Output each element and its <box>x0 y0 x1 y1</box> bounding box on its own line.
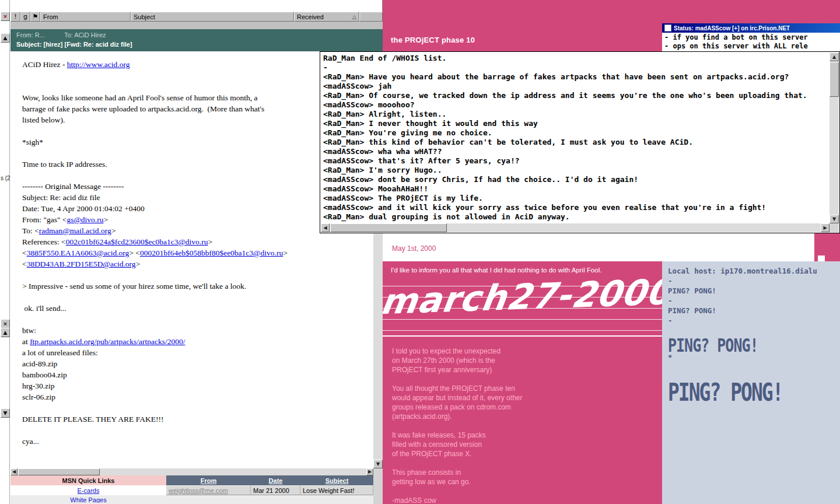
irc-line: <RaD_Man> Of course, we tracked down the… <box>323 91 830 100</box>
mail-text-segment: Time to track IP addresses. <box>22 160 107 169</box>
ad-column-subject[interactable]: Subject <box>300 475 373 485</box>
ad-subject-cell: Lose Weight Fast! <box>300 485 373 495</box>
mail-link[interactable]: 3885F550.EA1A6063@acid.org <box>27 249 130 257</box>
scrollbar-thumb[interactable] <box>330 223 447 232</box>
mail-link[interactable]: 002c01bf624a$fcd23600$ec0ba1c3@divo.ru <box>66 237 208 246</box>
preview-from-line: From: R... To: ACiD Hirez <box>16 32 377 38</box>
scroll-right-icon[interactable]: ▶ <box>366 468 373 475</box>
ad-from-cell[interactable]: weightloss@me.com <box>166 485 251 495</box>
scrollbar-thumb[interactable] <box>18 468 100 475</box>
mail-body-line: Subject: Re: acid diz file <box>22 192 356 203</box>
mail-body-line <box>22 81 356 92</box>
mail-text-segment: > <box>283 249 288 257</box>
mail-link[interactable]: http://www.acid.org <box>67 60 130 69</box>
msn-quick-links-bar: MSN Quick Links <box>10 475 166 485</box>
message-list-header: ! g ⚑ From Subject Received △ <box>10 12 383 22</box>
mail-body-line: Date: Tue, 4 Apr 2000 01:04:02 +0400 <box>22 203 356 214</box>
irc-line: <madASScow> dont be sorry Chris, If had … <box>323 175 830 184</box>
mail-text-segment: > <box>103 215 108 224</box>
mail-text-segment: acid-89.zip <box>22 359 57 368</box>
ad-table-row: weightloss@me.com Mar 21 2000 Lose Weigh… <box>166 485 373 495</box>
scrollbar-corner <box>830 223 839 232</box>
terminal-line: Local host: ip170.montreal16.dialu <box>668 266 840 276</box>
scroll-down-icon[interactable]: ▼ <box>830 215 839 223</box>
preview-subject-line: Subject: [hirez] [Fwd: Re: acid diz file… <box>16 41 377 48</box>
scroll-up-icon[interactable]: ▲ <box>1 33 10 43</box>
scroll-left-icon[interactable]: ◀ <box>10 468 18 475</box>
mail-link[interactable]: 38DD43AB.2FD15E5D@acid.org <box>27 260 136 268</box>
scrollbar-thumb[interactable] <box>830 62 839 97</box>
mail-body-line: <3885F550.EA1A6063@acid.org> <000201bf64… <box>22 247 356 258</box>
preview-pane-header: From: R... To: ACiD Hirez Subject: [hire… <box>10 29 383 51</box>
subject-label: Subject: <box>16 41 41 48</box>
irc-line: <RaD_Man> this kind of behavior can't be… <box>323 138 830 147</box>
column-flag[interactable]: ⚑ <box>30 12 40 22</box>
quick-links-label: Quick Links <box>78 477 114 484</box>
irc-log-window: RaD_Man End of /WHOIS list.-<RaD_Man> Ha… <box>320 51 840 233</box>
ad-table-header: From Date Subject <box>166 475 373 485</box>
mail-link[interactable]: radman@mail.acid.org <box>39 226 111 235</box>
mail-link[interactable]: 000201bf64eb$058bbf80$ee0ba1c3@divo.ru <box>140 249 283 257</box>
mail-text-segment: ACiD Hirez - <box>22 60 67 69</box>
irc-log-content: RaD_Man End of /WHOIS list.-<RaD_Man> Ha… <box>321 52 830 223</box>
message-list[interactable] <box>10 22 383 29</box>
mail-body-line: > Impressive - send us some of your hire… <box>22 281 356 292</box>
page-edge-box <box>818 256 825 261</box>
ad-column-date[interactable]: Date <box>251 475 300 485</box>
ecards-link[interactable]: E-cards <box>78 487 100 494</box>
close-icon[interactable]: × <box>1 319 10 328</box>
scroll-up-icon[interactable]: ▲ <box>1 328 10 337</box>
status-title-bar[interactable]: Status: madASScow [+] on irc.Prison.NET <box>662 23 840 33</box>
mail-body-line: DELETE IT PLEASE. THEY ARE FAKE!!! <box>22 414 356 425</box>
scroll-down-icon[interactable]: ▼ <box>1 408 10 418</box>
column-from[interactable]: From <box>40 12 131 22</box>
column-subject[interactable]: Subject <box>131 12 294 22</box>
scroll-right-icon[interactable]: ▶ <box>821 223 830 232</box>
mail-link[interactable]: gs@divo.ru <box>66 215 103 224</box>
terminal-line: PING? PONG! <box>668 377 840 408</box>
status-body: - if you find a bot on this server- ops … <box>662 33 840 52</box>
mail-body-line: -------- Original Message -------- <box>22 181 356 192</box>
irc-line: - <box>323 63 830 72</box>
mail-link[interactable]: ftp.artpacks.acid.org/pub/artpacks/artpa… <box>30 337 185 346</box>
date-label: May 1st, 2000 <box>392 244 436 253</box>
mail-body-line <box>22 402 356 414</box>
terminal-line: PING? PONG! <box>668 335 840 357</box>
irc-line: <RaD_Man> Have you heard about the barra… <box>323 72 830 82</box>
mail-body-line: *sigh* <box>22 136 356 148</box>
irc-scrollbar-horizontal[interactable]: ◀ ▶ <box>321 223 830 232</box>
irc-line: <RaD_Man> Alright, listen.. <box>323 110 830 119</box>
mail-text-segment: bamboo04.zip <box>22 370 67 379</box>
column-received-label: Received <box>297 13 324 20</box>
mail-body-line: To: <radman@mail.acid.org> <box>22 225 356 236</box>
mail-body-line <box>22 270 356 281</box>
mail-body-line <box>22 70 356 81</box>
mail-text-segment: Date: Tue, 4 Apr 2000 01:04:02 +0400 <box>22 204 145 213</box>
scroll-up-icon[interactable]: ▲ <box>830 52 839 61</box>
mail-body-line: sclr-06.zip <box>22 391 356 402</box>
close-icon[interactable]: × <box>1 12 10 21</box>
irc-line: <RaD_Man> I never thought it would end t… <box>323 119 830 128</box>
mail-body: ACiD Hirez - http://www.acid.org Wow, lo… <box>10 51 373 468</box>
mail-body-line <box>22 314 356 325</box>
column-attachment[interactable]: g <box>20 12 30 22</box>
terminal-line: - <box>668 316 840 326</box>
mail-scrollbar-horizontal[interactable]: ◀ ▶ <box>10 468 373 475</box>
project-page-title: the PROjECT phase 10 <box>391 36 475 44</box>
mail-body-line: at ftp.artpacks.acid.org/pub/artpacks/ar… <box>22 336 356 347</box>
scroll-down-icon[interactable]: ▼ <box>373 460 383 468</box>
column-filler <box>359 12 383 22</box>
column-received[interactable]: Received △ <box>294 12 359 22</box>
graffiti-band: march27-2000 <box>383 279 662 335</box>
mail-body-line <box>22 170 356 181</box>
scroll-left-icon[interactable]: ◀ <box>321 223 330 232</box>
mail-text-segment: cya... <box>22 437 39 446</box>
irc-scrollbar-vertical[interactable]: ▲ ▼ <box>830 52 839 223</box>
mail-body-line: ACiD Hirez - http://www.acid.org <box>22 59 356 70</box>
mail-text-segment: < <box>22 260 27 268</box>
column-priority[interactable]: ! <box>10 12 20 22</box>
white-pages-link[interactable]: White Pages <box>70 495 106 503</box>
subject-value: [hirez] [Fwd: Re: acid diz file] <box>43 41 132 48</box>
mail-text-segment: > <box>111 226 116 235</box>
ad-column-from[interactable]: From <box>166 475 251 485</box>
